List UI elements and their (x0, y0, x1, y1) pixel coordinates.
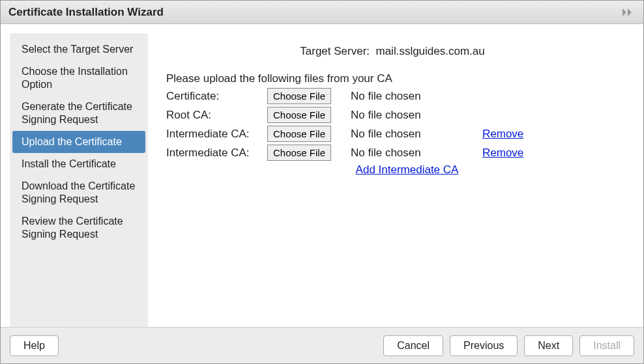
intermediate-ca-2-label: Intermediate CA: (166, 147, 267, 160)
step-download-csr[interactable]: Download the Certificate Signing Request (10, 175, 148, 210)
wizard-window: Certificate Installation Wizard Select t… (0, 0, 644, 364)
step-choose-installation-option[interactable]: Choose the Installation Option (10, 61, 148, 96)
step-install-certificate[interactable]: Install the Certificate (10, 153, 148, 175)
certificate-file-status: No file chosen (345, 90, 482, 103)
cancel-button[interactable]: Cancel (383, 335, 443, 356)
intermediate-ca-1-file-status: No file chosen (345, 128, 482, 141)
sidebar-item-label: Generate the Certificate Signing Request (22, 101, 132, 125)
add-intermediate-ca-link[interactable]: Add Intermediate CA (356, 163, 459, 176)
body: Select the Target Server Choose the Inst… (1, 24, 643, 327)
certificate-label: Certificate: (166, 90, 267, 103)
target-server-row: Target Server: mail.sslguides.com.au (166, 45, 619, 58)
previous-button[interactable]: Previous (450, 335, 518, 356)
footer: Help Cancel Previous Next Install (1, 327, 643, 363)
sidebar-item-label: Select the Target Server (22, 44, 133, 55)
target-server-label: Target Server: (300, 45, 370, 57)
certificate-choose-file-button[interactable]: Choose File (267, 88, 331, 104)
intermediate-ca-1-label: Intermediate CA: (166, 128, 267, 141)
intermediate-ca-2-choose-file-button[interactable]: Choose File (267, 145, 331, 161)
next-button[interactable]: Next (524, 335, 573, 356)
main-panel: Target Server: mail.sslguides.com.au Ple… (148, 33, 634, 327)
titlebar: Certificate Installation Wizard (1, 1, 643, 24)
sidebar-item-label: Review the Certificate Signing Request (22, 216, 123, 240)
sidebar-item-label: Choose the Installation Option (22, 66, 128, 90)
help-button[interactable]: Help (10, 335, 59, 356)
window-title: Certificate Installation Wizard (8, 6, 164, 19)
step-review-csr[interactable]: Review the Certificate Signing Request (10, 210, 148, 245)
step-select-target-server[interactable]: Select the Target Server (10, 38, 148, 61)
intermediate-ca-2-file-status: No file chosen (345, 147, 482, 160)
upload-instruction: Please upload the following files from y… (166, 72, 619, 85)
wizard-steps-sidebar: Select the Target Server Choose the Inst… (10, 33, 148, 327)
install-button: Install (579, 335, 634, 356)
chevrons-icon[interactable] (622, 8, 636, 16)
sidebar-item-label: Install the Certificate (22, 158, 116, 169)
svg-marker-1 (628, 8, 632, 16)
root-ca-file-status: No file chosen (345, 109, 482, 122)
intermediate-ca-1-choose-file-button[interactable]: Choose File (267, 126, 331, 142)
svg-marker-0 (622, 8, 626, 16)
root-ca-label: Root CA: (166, 109, 267, 122)
upload-grid: Certificate: Choose File No file chosen … (166, 88, 619, 161)
intermediate-ca-1-remove-link[interactable]: Remove (482, 128, 523, 140)
sidebar-item-label: Download the Certificate Signing Request (22, 180, 135, 204)
intermediate-ca-2-remove-link[interactable]: Remove (482, 147, 523, 159)
target-server-value: mail.sslguides.com.au (375, 45, 484, 57)
sidebar-item-label: Upload the Certificate (22, 136, 122, 147)
root-ca-choose-file-button[interactable]: Choose File (267, 107, 331, 123)
step-generate-csr[interactable]: Generate the Certificate Signing Request (10, 96, 148, 131)
step-upload-certificate[interactable]: Upload the Certificate (12, 131, 145, 153)
